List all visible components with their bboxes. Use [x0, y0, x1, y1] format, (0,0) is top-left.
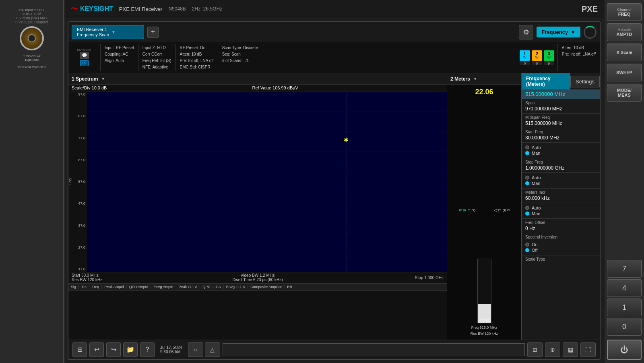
- start-man-radio: [525, 151, 529, 155]
- stop-auto-option[interactable]: Auto: [525, 175, 597, 180]
- x-scale-btn[interactable]: X Scale: [607, 44, 642, 61]
- activity-indicator: [584, 26, 597, 39]
- start-auto-option[interactable]: Auto: [525, 145, 597, 150]
- incr-man-option[interactable]: Man: [525, 211, 597, 216]
- start-freq-value: 30.000000 MHz: [522, 135, 600, 143]
- incr-auto-option[interactable]: Auto: [525, 205, 597, 210]
- start-man-label: Man: [532, 151, 540, 156]
- undo-btn[interactable]: ↩: [89, 342, 104, 357]
- meter-freq-info: Freq 515.0 MHz Res BW 120 kHz: [471, 325, 498, 336]
- amptd-label: AMPTD: [616, 32, 632, 37]
- freq-btn-label: FREQ: [617, 12, 632, 17]
- y-scale-btn[interactable]: Y Scale AMPTD: [607, 23, 642, 41]
- y-label-2: 77.0: [72, 136, 87, 140]
- fullscreen-btn[interactable]: ⛶: [580, 342, 596, 357]
- btn-0[interactable]: 0: [607, 318, 642, 336]
- info-scan-type: Scan Type: Discrete: [222, 45, 258, 51]
- y-label-3: 67.0: [72, 158, 87, 162]
- instrument-name: PXE EMI Receiver: [119, 6, 163, 12]
- command-input[interactable]: [223, 343, 525, 356]
- watermark-text: KEYSIGHT: [77, 48, 92, 51]
- power-button[interactable]: ⏻: [607, 340, 642, 360]
- res-bw: Res BW 120 kHz: [72, 278, 196, 282]
- stop-man-option[interactable]: Man: [525, 181, 597, 186]
- marker-btn-3[interactable]: 3 W: [544, 50, 554, 61]
- info-freq-ref: Freq Ref: Int (S): [142, 58, 171, 64]
- midspan-value: 515.000000 MHz: [522, 120, 600, 128]
- info-num-scans: # of Scans: –/1: [222, 58, 258, 64]
- dwell-time: Dwell Time 6.73 µs (60 kHz): [196, 278, 320, 282]
- start-freq-label: Start Freq: [522, 128, 600, 135]
- freq-dropdown-label: Frequency: [541, 29, 568, 35]
- right-panel-header: Frequency (Meters) Settings: [522, 73, 600, 89]
- incr-radio: Auto Man: [522, 203, 600, 219]
- frequency-dropdown[interactable]: Frequency ▼: [537, 27, 580, 37]
- spectral-inv-radio: On Off: [522, 240, 600, 255]
- right-panel-freq-value: 515.000000 MHz: [522, 89, 600, 99]
- spectral-on-option[interactable]: On: [525, 242, 597, 247]
- stop-man-label: Man: [532, 181, 540, 186]
- y-axis-log-label: Log: [68, 91, 72, 272]
- settings-tab-button[interactable]: Settings: [570, 76, 600, 87]
- btn-7[interactable]: 7: [607, 260, 642, 278]
- logo-text: KEYSIGHT: [80, 5, 113, 12]
- zoom-btn[interactable]: ⊕: [545, 342, 560, 357]
- keysight-logo: 〜 KEYSIGHT: [70, 4, 113, 14]
- redo-btn[interactable]: ↪: [106, 342, 121, 357]
- marker-2-sub: W: [535, 56, 539, 59]
- col-peak-amptd: Peak Amptd: [102, 285, 127, 289]
- model-number: N9048B: [168, 6, 186, 12]
- scale-div-label: Scale/Div 10.0 dB: [72, 85, 107, 90]
- spectrum-svg: ✱: [87, 91, 447, 272]
- col-trc: Trc: [79, 285, 89, 289]
- channel-freq-btn[interactable]: Channel FREQ: [607, 3, 642, 21]
- mode-meas-label: MODE/MEAS: [617, 88, 632, 97]
- help-btn[interactable]: ?: [140, 342, 155, 357]
- info-scan: Scan Type: Discrete Seq: Scan # of Scans…: [218, 44, 262, 71]
- spectral-off-option[interactable]: Off: [525, 248, 597, 253]
- btn-0-label: 0: [622, 323, 626, 331]
- circle-tool[interactable]: ○: [188, 342, 203, 357]
- spectral-off-label: Off: [532, 248, 537, 253]
- rf-connector-inner: [28, 34, 36, 42]
- spectrum-title: 1 Spectrum: [72, 76, 98, 82]
- signals-table-section: Sig Trc Freq Peak Amptd QPD Amptd EAvg A…: [68, 283, 447, 340]
- btn-1[interactable]: 1: [607, 299, 642, 316]
- col-rb: RB: [285, 285, 295, 289]
- mode-meas-btn[interactable]: MODE/MEAS: [607, 84, 642, 102]
- marker-btn-1[interactable]: 1 W: [520, 50, 530, 61]
- sweep-btn[interactable]: SWEEP: [607, 64, 642, 81]
- info-align: Align: Auto: [105, 58, 134, 64]
- meters-dropdown[interactable]: ▼: [473, 77, 477, 81]
- layout-btn[interactable]: ▦: [563, 342, 578, 357]
- info-seq: Seq: Scan: [222, 51, 258, 58]
- unit-label: dBµV: [493, 209, 511, 212]
- meter-res-bw: Res BW 120 kHz: [471, 331, 498, 336]
- btn-4[interactable]: 4: [607, 279, 642, 297]
- log-label: Log: [68, 178, 72, 185]
- spectrum-dropdown[interactable]: ▼: [101, 77, 105, 81]
- start-freq-radio: Auto Man: [522, 143, 600, 158]
- windows-btn[interactable]: ⊞: [72, 342, 87, 357]
- chart-grid[interactable]: ✱: [87, 91, 447, 272]
- scale-type-label: Scale Type: [522, 255, 600, 262]
- marker-btn-2[interactable]: 2 W: [532, 50, 542, 61]
- settings-button[interactable]: ⚙: [519, 25, 533, 39]
- lv-badge: LV: [80, 60, 89, 66]
- add-tab-button[interactable]: +: [147, 27, 159, 38]
- main-screen: EMI Receiver 1 Frequency Scan ▼ + ⚙ Freq…: [68, 21, 601, 360]
- stop-freq-label: Stop Freq: [522, 158, 600, 165]
- folder-btn[interactable]: 📁: [123, 342, 138, 357]
- stop-freq: Stop 1.000 GHz: [320, 276, 444, 280]
- grid-view-btn[interactable]: ⊞: [527, 342, 543, 357]
- meters-incr-label: Meters Incr: [522, 189, 600, 195]
- marker-1-sub: W: [523, 56, 526, 59]
- info-nfe: NFE: Adaptive: [142, 64, 171, 71]
- peak-label: Peak: [458, 209, 476, 212]
- triangle-tool[interactable]: △: [205, 342, 220, 357]
- active-tab[interactable]: EMI Receiver 1 Frequency Scan ▼: [72, 25, 144, 39]
- y-label-5: 47.0: [72, 201, 87, 205]
- pxe-badge: PXE: [582, 4, 598, 14]
- freq-offset-value: 0 Hz: [522, 225, 600, 233]
- start-man-option[interactable]: Man: [525, 151, 597, 156]
